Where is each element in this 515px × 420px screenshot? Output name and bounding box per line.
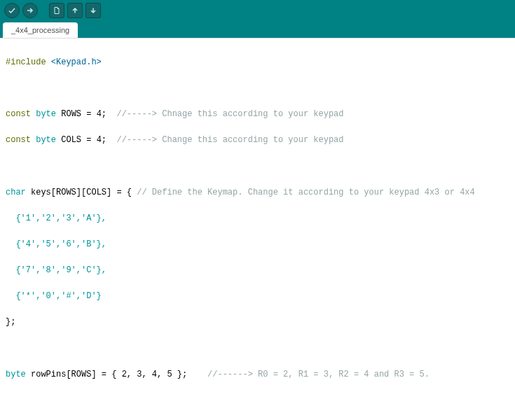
open-button[interactable] xyxy=(67,3,83,18)
code-line: byte rowPins[ROWS] = { 2, 3, 4, 5 }; //-… xyxy=(6,368,509,382)
code-line: {'1','2','3','A'}, xyxy=(6,212,509,225)
arrow-up-icon xyxy=(71,6,79,15)
kw: const xyxy=(6,109,36,119)
code-line xyxy=(6,394,509,407)
code-line: {'7','8','9','C'}, xyxy=(6,264,509,277)
tok: COLS = 4; xyxy=(56,135,116,145)
verify-button[interactable] xyxy=(4,3,20,18)
code-line: {'*','0','#','D'} xyxy=(6,290,509,303)
comment: // Define the Keymap. Change it accordin… xyxy=(137,188,474,197)
code-line: {'4','5','6','B'}, xyxy=(6,238,509,251)
comment: //-----> Chnage this according to your k… xyxy=(116,109,343,119)
chars: {'1','2','3','A'}, xyxy=(6,214,107,223)
chars: {'7','8','9','C'}, xyxy=(6,265,107,275)
type: byte xyxy=(36,135,56,145)
kw: #include xyxy=(6,57,51,67)
tok: }; xyxy=(6,317,15,327)
comment: //------> R0 = 2, R1 = 3, R2 = 4 and R3 … xyxy=(207,370,430,379)
tab-sketch[interactable]: _4x4_processing xyxy=(3,22,78,38)
code-line xyxy=(6,342,509,356)
toolbar xyxy=(0,0,515,21)
code-line: char keys[ROWS][COLS] = { // Define the … xyxy=(6,186,509,200)
arrow-right-icon xyxy=(26,6,34,15)
code-line: const byte ROWS = 4; //-----> Chnage thi… xyxy=(6,108,509,121)
check-icon xyxy=(8,6,16,15)
type: byte xyxy=(6,370,26,379)
tok: keys[ROWS][COLS] = { xyxy=(26,188,137,197)
tab-bar: _4x4_processing xyxy=(0,21,515,38)
comment: //-----> Change this according to your k… xyxy=(116,135,343,145)
arrow-down-icon xyxy=(89,6,97,15)
tok: ROWS = 4; xyxy=(56,109,116,119)
save-button[interactable] xyxy=(85,3,101,18)
chars: {'4','5','6','B'}, xyxy=(6,239,107,249)
type: byte xyxy=(36,109,56,119)
upload-button[interactable] xyxy=(22,3,38,18)
code-line xyxy=(6,160,509,173)
type: char xyxy=(6,188,26,197)
code-editor[interactable]: #include <Keypad.h> const byte ROWS = 4;… xyxy=(0,38,515,420)
file-icon xyxy=(53,6,61,15)
tok: rowPins[ROWS] = { 2, 3, 4, 5 }; xyxy=(26,370,207,379)
code-line xyxy=(6,82,509,95)
code-line: }; xyxy=(6,316,509,329)
chars: {'*','0','#','D'} xyxy=(6,291,102,301)
code-line: const byte COLS = 4; //-----> Change thi… xyxy=(6,134,509,147)
new-button[interactable] xyxy=(49,3,64,18)
code-line: #include <Keypad.h> xyxy=(6,56,509,69)
include-target: <Keypad.h> xyxy=(51,57,102,67)
kw: const xyxy=(6,135,36,145)
